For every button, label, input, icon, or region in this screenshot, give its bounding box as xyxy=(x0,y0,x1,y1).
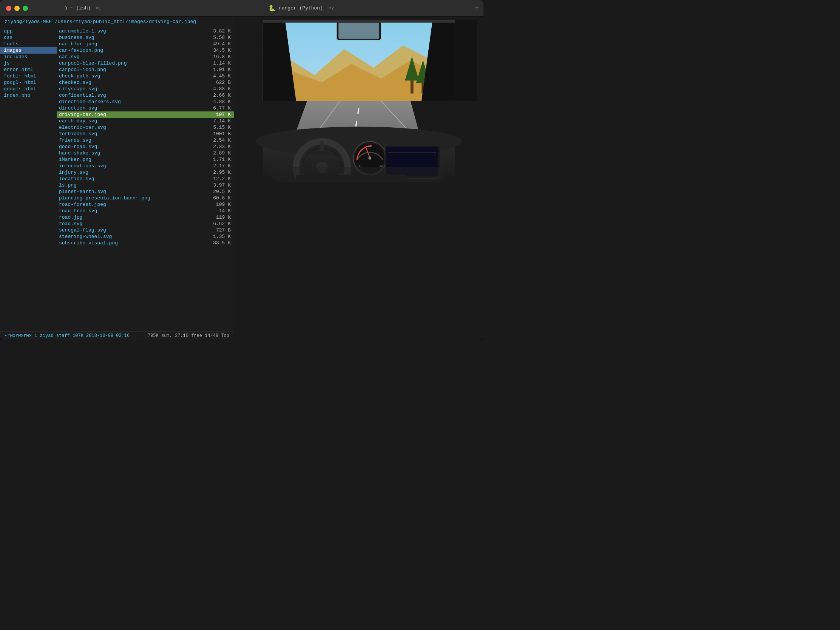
file-size: 6.62 K xyxy=(206,221,231,227)
file-name: car-blur.jpeg xyxy=(59,41,206,47)
titlebar: ❯ ~ (zsh) ⌘1 🐍 ranger (Python) ⌘2 + xyxy=(0,0,483,17)
dir-item[interactable]: includes xyxy=(0,54,57,60)
file-name: earth-day.svg xyxy=(59,118,206,124)
prompt-icon: ❯ xyxy=(65,5,68,11)
file-row[interactable]: iMarker.png1.71 K xyxy=(57,156,234,163)
file-row[interactable]: checked.svg622 B xyxy=(57,79,234,86)
file-name: business.svg xyxy=(59,35,206,40)
svg-rect-21 xyxy=(338,23,379,39)
file-name: check-path.svg xyxy=(59,73,206,79)
file-size: 4.45 K xyxy=(206,73,231,79)
file-name: carpool-icon.png xyxy=(59,67,206,73)
file-size: 88.5 K xyxy=(206,240,231,246)
file-name: car.svg xyxy=(59,54,206,60)
file-name: direction-markers.svg xyxy=(59,99,206,105)
file-size: 4.88 K xyxy=(206,99,231,105)
file-row[interactable]: planning-presentation-bann~.png60.6 K xyxy=(57,195,234,201)
file-row[interactable]: direction.svg6.77 K xyxy=(57,105,234,111)
file-row[interactable]: hand-shake.svg2.89 K xyxy=(57,150,234,156)
file-row[interactable]: driving-car.jpeg107 K xyxy=(57,111,234,118)
path-full: /Users/ziyad/public_html/images/driving-… xyxy=(55,19,196,25)
dir-item[interactable]: css xyxy=(0,35,57,41)
file-row[interactable]: subscribe-visual.png88.5 K xyxy=(57,240,234,246)
file-row[interactable]: electric-car.svg5.15 K xyxy=(57,124,234,131)
file-size: 2.33 K xyxy=(206,144,231,150)
file-name: planet-earth.svg xyxy=(59,189,206,194)
tab-ranger-shortcut: ⌘2 xyxy=(329,6,334,11)
file-row[interactable]: confidential.svg2.66 K xyxy=(57,92,234,99)
file-row[interactable]: road-forest.jpeg109 K xyxy=(57,201,234,208)
file-size: 3.82 K xyxy=(206,28,231,34)
file-name: road-forest.jpeg xyxy=(59,202,206,207)
add-tab-button[interactable]: + xyxy=(470,0,483,16)
dir-item[interactable]: js xyxy=(0,60,57,66)
file-row[interactable]: business.svg5.58 K xyxy=(57,35,234,41)
dir-item[interactable]: fonts xyxy=(0,41,57,47)
close-button[interactable] xyxy=(6,6,11,11)
file-row[interactable]: car.svg16.8 K xyxy=(57,54,234,60)
file-row[interactable]: road.svg6.62 K xyxy=(57,221,234,227)
file-row[interactable]: steering-wheel.svg1.35 K xyxy=(57,234,234,240)
file-size: 1.14 K xyxy=(206,60,231,66)
file-row[interactable]: earth-day.svg7.14 K xyxy=(57,118,234,124)
file-size: 2.95 K xyxy=(206,170,231,175)
file-row[interactable]: good-road.svg2.33 K xyxy=(57,144,234,150)
file-size: 727 B xyxy=(206,227,231,233)
file-name: iMarker.png xyxy=(59,157,206,163)
file-name: steering-wheel.svg xyxy=(59,234,206,240)
file-size: 109 K xyxy=(206,202,231,207)
terminal-window: ❯ ~ (zsh) ⌘1 🐍 ranger (Python) ⌘2 + ziya… xyxy=(0,0,483,340)
file-size: 2.66 K xyxy=(206,93,231,98)
file-name: forbidden.svg xyxy=(59,131,206,137)
file-size: 16.8 K xyxy=(206,54,231,60)
file-row[interactable]: check-path.svg4.45 K xyxy=(57,73,234,79)
file-row[interactable]: carpool-icon.png1.01 K xyxy=(57,66,234,73)
file-name: hand-shake.svg xyxy=(59,150,206,156)
file-name: informations.svg xyxy=(59,163,206,169)
file-size: 1.01 K xyxy=(206,67,231,73)
file-row[interactable]: road-tree.svg14 K xyxy=(57,208,234,214)
terminal-pane: ziyad@Ziyads-MBP /Users/ziyad/public_htm… xyxy=(0,17,234,340)
file-size: 60.6 K xyxy=(206,195,231,201)
dir-item[interactable]: error.html xyxy=(0,66,57,73)
file-row[interactable]: friends.svg2.54 K xyxy=(57,137,234,144)
dir-item[interactable]: googl~.html xyxy=(0,79,57,86)
file-row[interactable]: injury.svg2.95 K xyxy=(57,169,234,175)
file-name: checked.svg xyxy=(59,80,206,85)
file-name: road-tree.svg xyxy=(59,208,206,214)
maximize-button[interactable] xyxy=(23,6,28,11)
image-preview: 0 80 16 xyxy=(237,20,480,182)
file-row[interactable]: direction-markers.svg4.88 K xyxy=(57,99,234,105)
dir-item[interactable]: forbi~.html xyxy=(0,73,57,79)
file-row[interactable]: carpool-blue-filled.png1.14 K xyxy=(57,60,234,66)
file-row[interactable]: road.jpg119 K xyxy=(57,214,234,221)
tab-zsh[interactable]: ❯ ~ (zsh) ⌘1 xyxy=(34,0,132,16)
dir-item[interactable]: app xyxy=(0,28,57,35)
file-row[interactable]: car-favicon.png34.5 K xyxy=(57,47,234,54)
file-row[interactable]: senegal-flag.svg727 B xyxy=(57,227,234,234)
preview-pane: 0 80 16 xyxy=(234,17,483,340)
file-row[interactable]: cityscape.svg4.88 K xyxy=(57,86,234,92)
tab-ranger[interactable]: 🐍 ranger (Python) ⌘2 xyxy=(132,0,470,16)
file-row[interactable]: forbidden.svg1001 B xyxy=(57,131,234,137)
file-row[interactable]: automobile-1.svg3.82 K xyxy=(57,28,234,35)
file-name: automobile-1.svg xyxy=(59,28,206,34)
file-size: 1001 B xyxy=(206,131,231,137)
file-size: 622 B xyxy=(206,80,231,85)
file-name: good-road.svg xyxy=(59,144,206,150)
file-size: 2.54 K xyxy=(206,137,231,143)
file-row[interactable]: planet-earth.svg20.5 K xyxy=(57,188,234,195)
file-size: 6.77 K xyxy=(206,105,231,111)
dir-item[interactable]: images xyxy=(0,47,57,54)
file-row[interactable]: location.svg12.2 K xyxy=(57,175,234,182)
file-row[interactable]: informations.svg2.17 K xyxy=(57,163,234,169)
file-name: subscribe-visual.png xyxy=(59,240,206,246)
file-row[interactable]: car-blur.jpeg49.4 K xyxy=(57,41,234,47)
file-row[interactable]: ls.png3.97 K xyxy=(57,182,234,188)
file-size: 5.58 K xyxy=(206,35,231,40)
dir-item[interactable]: googl~.html xyxy=(0,86,57,92)
minimize-button[interactable] xyxy=(14,6,20,11)
dir-item[interactable]: index.php xyxy=(0,92,57,99)
status-left: -rwxrwxrwx 1 ziyad staff 107K 2018-10-09… xyxy=(5,333,129,338)
file-name: injury.svg xyxy=(59,170,206,175)
